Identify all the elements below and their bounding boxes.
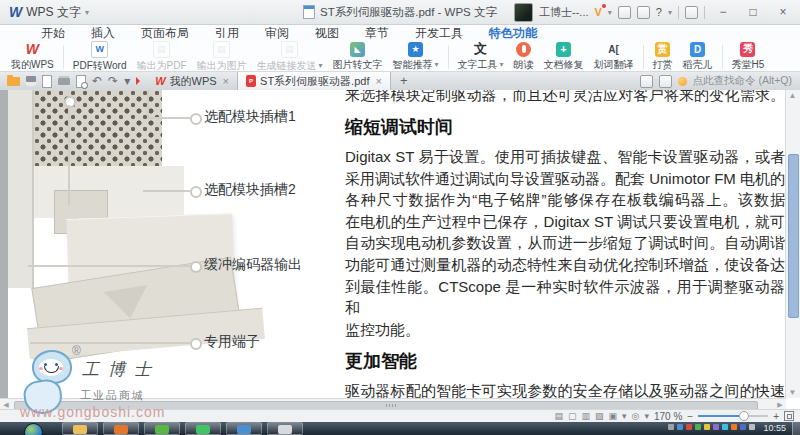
book-page-icon[interactable]: ▣ bbox=[609, 411, 618, 421]
tray-icon-9[interactable] bbox=[740, 424, 746, 430]
maximize-button[interactable]: □ bbox=[741, 1, 765, 23]
callout-label: 缓冲编码器输出 bbox=[204, 256, 302, 274]
share-link-label: 生成链接发送▾ bbox=[257, 59, 323, 73]
tab-my-wps[interactable]: W我的WPS× bbox=[147, 72, 237, 90]
taskbar-wechat-icon bbox=[196, 425, 210, 434]
save-button[interactable] bbox=[26, 76, 36, 86]
my-wps-button[interactable]: W我的WPS bbox=[6, 42, 59, 72]
callout-bullet bbox=[190, 261, 202, 273]
open-button[interactable] bbox=[7, 77, 20, 86]
xiutang-h5-button[interactable]: 秀秀堂H5 bbox=[727, 42, 770, 72]
word-translate-label: 划词翻译 bbox=[594, 58, 634, 72]
chevron-down-icon[interactable]: ▾ bbox=[622, 411, 627, 421]
skin-icon[interactable] bbox=[637, 6, 650, 19]
account-name[interactable]: 工博士--... bbox=[539, 5, 589, 20]
help-button[interactable]: ? bbox=[656, 6, 662, 18]
tray-icon-3[interactable] bbox=[686, 424, 692, 430]
ribbon-tab-special-features[interactable]: 特色功能 bbox=[476, 25, 550, 42]
titlebar-right: 工博士--... V ▾ ? ▾ − □ × bbox=[514, 1, 800, 23]
taskbar-photo-viewer[interactable] bbox=[267, 422, 303, 435]
taskbar-clock[interactable]: 10:55 bbox=[759, 422, 792, 433]
ribbon-tab-home[interactable]: 开始 bbox=[28, 25, 78, 42]
vip-badge[interactable]: V bbox=[595, 6, 602, 18]
divider bbox=[678, 6, 679, 19]
callout-line bbox=[147, 117, 190, 119]
vertical-scroll-thumb[interactable] bbox=[788, 154, 799, 318]
smart-recommend-label: 智能推荐▾ bbox=[393, 58, 439, 72]
tab-document[interactable]: PST系列伺服驱动器.pdf× bbox=[237, 72, 391, 90]
fullscreen-view-icon[interactable]: ▢ bbox=[568, 411, 577, 421]
chevron-down-icon[interactable]: ▾ bbox=[644, 411, 649, 421]
print-layout-view-icon[interactable]: ▤ bbox=[554, 411, 563, 421]
ribbon-tab-references[interactable]: 引用 bbox=[202, 25, 252, 42]
read-aloud-icon bbox=[516, 42, 531, 57]
undo-button[interactable]: ↶ bbox=[92, 75, 102, 87]
tray-icon-5[interactable] bbox=[704, 424, 710, 430]
show-desktop-button[interactable] bbox=[792, 422, 800, 435]
image-to-text-icon: ◣ bbox=[350, 42, 365, 57]
device-heatsink-perforation bbox=[34, 90, 162, 166]
close-button[interactable]: × bbox=[771, 1, 795, 23]
my-wps-label: 我的WPS bbox=[11, 58, 54, 72]
callout-line bbox=[143, 190, 190, 192]
scroll-down-arrow[interactable]: ▼ bbox=[786, 388, 799, 397]
reward-button[interactable]: 赏打赏 bbox=[648, 42, 678, 72]
avatar[interactable] bbox=[514, 3, 533, 22]
pinned-flag-icon[interactable] bbox=[136, 77, 140, 85]
tray-icon-1[interactable] bbox=[668, 424, 674, 430]
web-layout-view-icon[interactable]: ▥ bbox=[581, 411, 590, 421]
tabbar-extra-icon-1[interactable] bbox=[640, 75, 653, 88]
close-tab-icon[interactable]: × bbox=[221, 75, 229, 87]
chevron-down-icon[interactable]: ▾ bbox=[608, 8, 612, 17]
print-button[interactable] bbox=[58, 78, 70, 85]
tabbar-extra-icon-2[interactable] bbox=[659, 75, 672, 88]
fit-screen-icon[interactable] bbox=[784, 411, 794, 421]
read-aloud-button[interactable]: 朗读 bbox=[509, 42, 539, 72]
close-tab-icon[interactable]: × bbox=[373, 75, 381, 87]
customize-quickbar-button[interactable]: ▾ bbox=[124, 75, 130, 87]
tray-icon-4[interactable] bbox=[695, 424, 701, 430]
vertical-scrollbar[interactable]: ▲ ▼ bbox=[785, 90, 800, 398]
doc-repair-button[interactable]: +文档修复 bbox=[539, 42, 589, 72]
body-text-line: 来选择模块定制驱动器，而且还可灵活应对客户将来的变化需求。 bbox=[345, 90, 785, 106]
scroll-up-arrow[interactable]: ▲ bbox=[786, 91, 799, 100]
word-translate-button[interactable]: A[划词翻译 bbox=[589, 42, 639, 72]
ribbon-tab-section[interactable]: 章节 bbox=[352, 25, 402, 42]
text-tools-button[interactable]: 文文字工具▾ bbox=[453, 42, 509, 72]
print-preview-button[interactable] bbox=[76, 75, 86, 88]
tray-icon-2[interactable] bbox=[677, 424, 683, 430]
taskbar-photo-viewer-icon bbox=[278, 425, 292, 434]
tray-icon-7[interactable] bbox=[722, 424, 728, 430]
image-to-text-button[interactable]: ◣图片转文字 bbox=[328, 42, 388, 72]
ribbon-tab-developer[interactable]: 开发工具 bbox=[402, 25, 476, 42]
select-tool-icon[interactable]: ◎ bbox=[632, 411, 640, 421]
minimize-button[interactable]: − bbox=[711, 1, 735, 23]
ribbon-tab-view[interactable]: 视图 bbox=[302, 25, 352, 42]
collapse-ribbon-icon[interactable] bbox=[685, 6, 698, 19]
callout-line bbox=[68, 105, 70, 205]
message-center-icon[interactable] bbox=[618, 6, 631, 19]
taskbar-app-blue[interactable] bbox=[226, 422, 262, 435]
zoom-out-button[interactable]: − bbox=[687, 411, 693, 422]
tray-icon-8[interactable] bbox=[731, 424, 737, 430]
export-button[interactable] bbox=[42, 75, 52, 88]
zoom-slider-thumb[interactable] bbox=[739, 411, 749, 421]
ribbon-tab-page-layout[interactable]: 页面布局 bbox=[128, 25, 202, 42]
ribbon-tab-insert[interactable]: 插入 bbox=[78, 25, 128, 42]
new-tab-button[interactable]: + bbox=[391, 72, 417, 90]
docer-button[interactable]: D稻壳儿 bbox=[678, 42, 718, 72]
tray-icon-10[interactable] bbox=[749, 424, 755, 430]
smart-recommend-button[interactable]: ★智能推荐▾ bbox=[388, 42, 444, 72]
chevron-down-icon[interactable]: ▾ bbox=[668, 8, 672, 17]
ribbon-tab-review[interactable]: 审阅 bbox=[252, 25, 302, 42]
body-text-line: 监控功能。 bbox=[345, 319, 785, 341]
pdf-to-word-button[interactable]: WPDF转Word bbox=[68, 41, 132, 73]
command-search-hint[interactable]: 点此查找命令 (Alt+Q) bbox=[693, 74, 792, 88]
zoom-in-button[interactable]: + bbox=[773, 411, 779, 422]
zoom-slider[interactable] bbox=[698, 415, 768, 417]
tray-icon-6[interactable] bbox=[713, 424, 719, 430]
outline-view-icon[interactable]: ▧ bbox=[595, 411, 604, 421]
redo-button[interactable]: ↷ bbox=[108, 75, 118, 87]
taskbar-wechat[interactable] bbox=[185, 422, 221, 435]
wps-menu-button[interactable]: W WPS 文字 ▾ bbox=[0, 4, 89, 21]
